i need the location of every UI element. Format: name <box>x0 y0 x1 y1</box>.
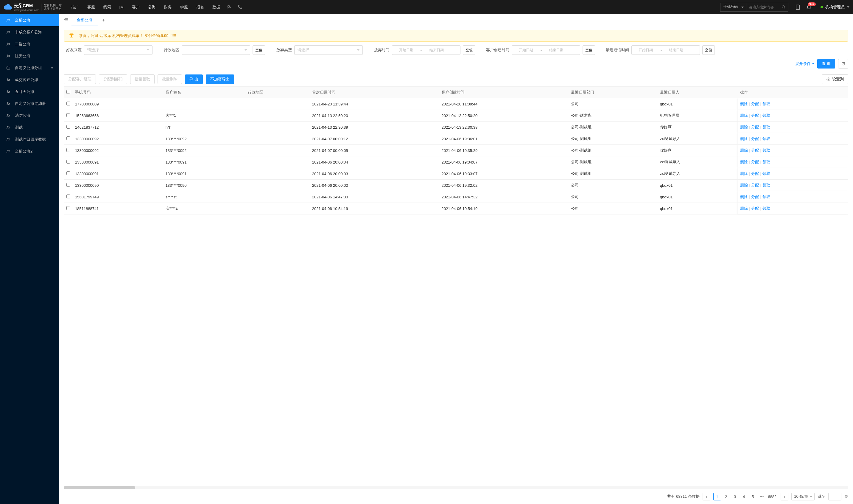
delete-link[interactable]: 删除 <box>740 148 748 152</box>
assign-link[interactable]: 分配 <box>751 137 759 141</box>
per-page-select[interactable]: 10 条/页 <box>791 493 815 500</box>
nav-item-5[interactable]: 公海 <box>144 0 159 14</box>
row-checkbox[interactable] <box>67 137 70 140</box>
delete-link[interactable]: 删除 <box>740 113 748 118</box>
scrollbar-thumb[interactable] <box>64 486 135 489</box>
logo[interactable]: 云朵CRM www.yunduocrm.com 教育机构一站式服务云平台 <box>4 3 62 12</box>
create-end-date[interactable] <box>545 48 568 52</box>
tab-all-sea[interactable]: 全部公海 <box>72 14 98 26</box>
refresh-button[interactable] <box>838 59 848 69</box>
claim-link[interactable]: 领取 <box>762 160 770 164</box>
claim-link[interactable]: 领取 <box>762 148 770 152</box>
sidebar-item-1[interactable]: 非成交客户公海 <box>0 26 59 38</box>
nav-item-1[interactable]: 客服 <box>84 0 98 14</box>
create-time-empty-button[interactable]: 空值 <box>583 45 595 55</box>
assign-manager-button[interactable]: 分配客户经理 <box>64 74 96 84</box>
nav-item-0[interactable]: 推广 <box>68 0 83 14</box>
search-icon[interactable] <box>781 5 786 9</box>
row-checkbox[interactable] <box>67 148 70 152</box>
nav-item-2[interactable]: 线索 <box>100 0 115 14</box>
delete-link[interactable]: 删除 <box>740 171 748 176</box>
batch-claim-button[interactable]: 批量领取 <box>130 74 155 84</box>
expand-filters-link[interactable]: 展开条件 <box>795 61 814 67</box>
delete-link[interactable]: 删除 <box>740 160 748 164</box>
claim-link[interactable]: 领取 <box>762 171 770 176</box>
page-3[interactable]: 3 <box>731 493 739 500</box>
sidebar-item-7[interactable]: 自定义公海过滤器 <box>0 98 59 110</box>
last-page-button[interactable]: 6882 <box>767 493 778 500</box>
delete-link[interactable]: 删除 <box>740 195 748 199</box>
assign-link[interactable]: 分配 <box>751 125 759 129</box>
page-4[interactable]: 4 <box>740 493 748 500</box>
row-checkbox[interactable] <box>67 171 70 175</box>
claim-link[interactable]: 领取 <box>762 206 770 211</box>
claim-link[interactable]: 领取 <box>762 137 770 141</box>
collapse-tabs-icon[interactable] <box>61 18 72 22</box>
assign-link[interactable]: 分配 <box>751 171 759 176</box>
sidebar-item-11[interactable]: 全部公海2 <box>0 145 59 157</box>
page-2[interactable]: 2 <box>722 493 730 500</box>
region-select[interactable] <box>182 45 250 55</box>
assign-link[interactable]: 分配 <box>751 160 759 164</box>
claim-link[interactable]: 领取 <box>762 102 770 106</box>
row-checkbox[interactable] <box>67 102 70 105</box>
user-menu[interactable]: 机构管理员 <box>820 4 849 10</box>
delete-link[interactable]: 删除 <box>740 102 748 106</box>
search-input[interactable] <box>749 5 781 9</box>
export-button[interactable]: 导 出 <box>185 74 203 84</box>
abandon-type-select[interactable]: 请选择 <box>294 45 363 55</box>
assign-link[interactable]: 分配 <box>751 102 759 106</box>
row-checkbox[interactable] <box>67 125 70 129</box>
abandon-time-empty-button[interactable]: 空值 <box>463 45 475 55</box>
create-start-date[interactable] <box>514 48 538 52</box>
sidebar-item-5[interactable]: 成交客户公海 <box>0 74 59 86</box>
prev-page-button[interactable]: ‹ <box>703 493 710 500</box>
sidebar-item-2[interactable]: 二咨公海 <box>0 38 59 50</box>
nav-item-4[interactable]: 客户 <box>128 0 143 14</box>
sidebar-item-4[interactable]: 自定义公海分组▾ <box>0 62 59 74</box>
last-call-start-date[interactable] <box>634 48 657 52</box>
horizontal-scrollbar[interactable] <box>64 486 848 489</box>
claim-link[interactable]: 领取 <box>762 195 770 199</box>
last-call-empty-button[interactable]: 空值 <box>702 45 715 55</box>
last-call-end-date[interactable] <box>665 48 688 52</box>
abandon-end-date[interactable] <box>425 48 448 52</box>
nav-item-6[interactable]: 财务 <box>161 0 176 14</box>
add-tab-button[interactable]: + <box>98 18 109 23</box>
sidebar-item-0[interactable]: 全部公海 <box>0 14 59 26</box>
select-all-checkbox[interactable] <box>67 90 70 94</box>
assign-link[interactable]: 分配 <box>751 148 759 152</box>
assign-link[interactable]: 分配 <box>751 113 759 118</box>
tablet-icon[interactable] <box>793 2 803 13</box>
row-checkbox[interactable] <box>67 183 70 187</box>
create-time-range[interactable]: ~ <box>512 45 580 55</box>
nav-item-3[interactable]: IM <box>116 0 127 14</box>
search-type-select[interactable]: 手机号码 <box>720 3 746 12</box>
assign-dept-button[interactable]: 分配到部门 <box>99 74 127 84</box>
claim-link[interactable]: 领取 <box>762 125 770 129</box>
add-user-icon[interactable] <box>224 2 234 13</box>
sidebar-item-8[interactable]: 消防公海 <box>0 110 59 122</box>
assign-link[interactable]: 分配 <box>751 195 759 199</box>
nav-item-8[interactable]: 报名 <box>193 0 207 14</box>
delete-link[interactable]: 删除 <box>740 183 748 187</box>
next-page-button[interactable]: › <box>781 493 788 500</box>
delete-link[interactable]: 删除 <box>740 206 748 211</box>
abandon-start-date[interactable] <box>395 48 418 52</box>
jump-page-input[interactable] <box>828 493 841 500</box>
export-no-encrypt-button[interactable]: 不加密导出 <box>206 74 234 84</box>
row-checkbox[interactable] <box>67 195 70 198</box>
abandon-time-range[interactable]: ~ <box>392 45 460 55</box>
row-checkbox[interactable] <box>67 206 70 210</box>
batch-delete-button[interactable]: 批量删除 <box>158 74 182 84</box>
query-button[interactable]: 查 询 <box>817 59 835 69</box>
sidebar-item-9[interactable]: 测试 <box>0 122 59 133</box>
row-checkbox[interactable] <box>67 160 70 164</box>
page-5[interactable]: 5 <box>749 493 757 500</box>
assign-link[interactable]: 分配 <box>751 183 759 187</box>
set-columns-button[interactable]: 设置列 <box>822 74 848 84</box>
delete-link[interactable]: 删除 <box>740 125 748 129</box>
claim-link[interactable]: 领取 <box>762 183 770 187</box>
notification-bell[interactable]: 99+ <box>806 4 812 11</box>
delete-link[interactable]: 删除 <box>740 137 748 141</box>
